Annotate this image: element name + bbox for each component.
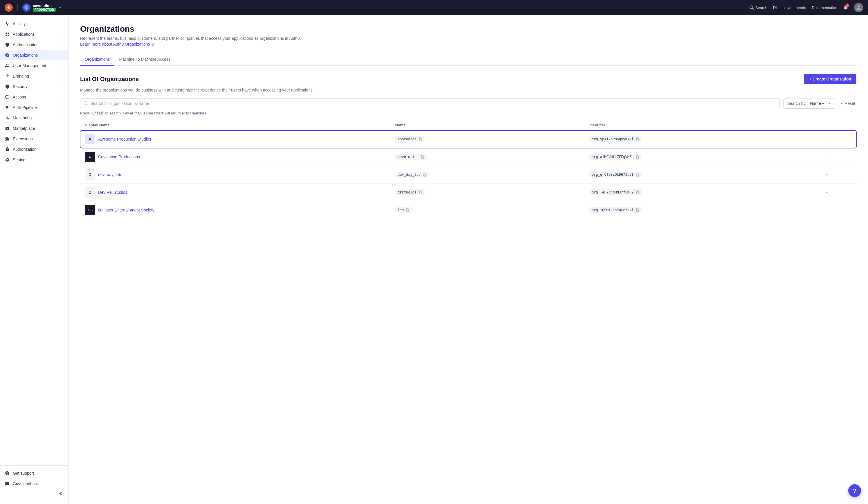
sidebar-item-give-feedback[interactable]: Give feedback xyxy=(0,478,68,489)
org-display-name-link[interactable]: Cevolution Productions xyxy=(98,154,140,159)
help-button[interactable]: ? xyxy=(848,484,861,497)
collapse-icon xyxy=(59,491,64,496)
sidebar-item-auth-pipeline[interactable]: Auth Pipeline › xyxy=(0,102,68,113)
discuss-link[interactable]: Discuss your needs xyxy=(773,6,806,10)
search-input-icon xyxy=(84,101,88,105)
sidebar-item-actions[interactable]: Actions › xyxy=(0,92,68,102)
create-organization-button[interactable]: + Create Organization xyxy=(804,74,856,84)
sidebar-item-organizations[interactable]: Organizations xyxy=(0,50,68,60)
reset-button[interactable]: Reset xyxy=(839,99,856,108)
sidebar-item-security[interactable]: Security › xyxy=(0,81,68,92)
copy-identifier-button[interactable] xyxy=(636,173,639,177)
sidebar-item-activity[interactable]: Activity xyxy=(0,19,68,29)
org-name-cell: ies xyxy=(391,201,585,219)
organizations-table-body: A Awesome Production Studios apstudios o… xyxy=(80,130,856,219)
activity-icon xyxy=(4,21,10,27)
org-display-name-cell: A Awesome Production Studios xyxy=(80,130,391,148)
sidebar-label-extensions: Extensions xyxy=(13,137,32,141)
search-icon xyxy=(750,6,754,10)
sidebar-item-monitoring[interactable]: Monitoring › xyxy=(0,113,68,123)
sidebar-label-monitoring: Monitoring xyxy=(13,115,32,120)
monitoring-icon xyxy=(4,115,10,121)
sidebar-item-authorization[interactable]: Authorization xyxy=(0,144,68,154)
learn-more-link[interactable]: Learn more about Auth0 Organizations xyxy=(80,42,155,47)
table-row[interactable]: D dev_day_lab dev_day_lab org_qrCfG8iOkD… xyxy=(80,166,856,184)
org-display-name-cell: D dev_day_lab xyxy=(80,166,391,184)
authorization-icon xyxy=(4,147,10,152)
copy-name-button[interactable] xyxy=(418,191,422,194)
table-row[interactable]: A Awesome Production Studios apstudios o… xyxy=(80,130,856,148)
org-actions-cell: ··· xyxy=(817,148,856,166)
org-name-cell: cevolution xyxy=(391,148,585,166)
sidebar-item-settings[interactable]: Settings xyxy=(0,154,68,165)
search-hint-press: Press xyxy=(80,111,90,115)
search-by-control: Search by: Name ID xyxy=(783,98,835,109)
documentation-link[interactable]: Documentation xyxy=(812,6,837,10)
org-more-button[interactable]: ··· xyxy=(822,153,830,161)
sidebar-label-authorization: Authorization xyxy=(13,147,37,152)
sidebar-item-applications[interactable]: Applications › xyxy=(0,29,68,40)
copy-identifier-button[interactable] xyxy=(636,155,639,159)
section-header: List Of Organizations + Create Organizat… xyxy=(80,74,856,84)
copy-identifier-button[interactable] xyxy=(636,138,639,141)
sidebar-label-organizations: Organizations xyxy=(13,53,38,58)
org-more-button[interactable]: ··· xyxy=(822,171,830,178)
auth-pipeline-icon xyxy=(4,105,10,110)
org-display-name-link[interactable]: Ilminster Entertainment Society xyxy=(98,208,154,212)
org-avatar: D xyxy=(85,169,95,180)
copy-name-button[interactable] xyxy=(405,208,409,212)
sidebar-label-marketplace: Marketplace xyxy=(13,126,35,131)
sidebar-item-authentication[interactable]: Authentication › xyxy=(0,40,68,50)
table-row[interactable]: C Cevolution Productions cevolution org_… xyxy=(80,148,856,166)
sidebar-item-get-support[interactable]: Get support xyxy=(0,468,68,478)
branding-icon xyxy=(4,73,10,79)
table-row[interactable]: IES Ilminster Entertainment Society ies … xyxy=(80,201,856,219)
org-display-name-cell: C Cevolution Productions xyxy=(80,148,391,166)
topnav-right: Search Discuss your needs Documentation … xyxy=(750,3,864,12)
sidebar-item-marketplace[interactable]: Marketplace xyxy=(0,123,68,134)
org-more-button[interactable]: ··· xyxy=(822,189,830,196)
org-avatar: IES xyxy=(85,205,95,215)
sidebar-collapse-button[interactable] xyxy=(0,489,68,498)
copy-identifier-button[interactable] xyxy=(636,208,639,212)
org-display-name-link[interactable]: Awesome Production Studios xyxy=(98,137,151,141)
search-input[interactable] xyxy=(90,101,776,106)
notifications-button[interactable]: 1 xyxy=(843,4,848,11)
org-identifier-cell: org_TePYrANHNJrf0KR9 xyxy=(585,184,817,201)
search-by-select[interactable]: Name ID xyxy=(809,101,826,106)
copy-name-button[interactable] xyxy=(422,173,426,177)
tenant-selector[interactable]: C cevolution PRODUCTION ▾ xyxy=(22,3,61,12)
user-avatar[interactable] xyxy=(854,3,864,12)
support-icon xyxy=(4,471,10,476)
org-name-cell: dev_day_lab xyxy=(391,166,585,184)
org-display-name-cell: IES Ilminster Entertainment Society xyxy=(80,201,391,219)
table-row[interactable]: D Dev Rel Studios drstudios org_TePYrANH… xyxy=(80,184,856,201)
org-display-name-link[interactable]: dev_day_lab xyxy=(98,172,121,177)
sidebar-item-branding[interactable]: Branding › xyxy=(0,71,68,81)
logo[interactable] xyxy=(4,3,13,12)
user-management-icon xyxy=(4,63,10,68)
org-more-button[interactable]: ··· xyxy=(822,135,830,143)
org-name-chip: dev_day_lab xyxy=(395,172,428,178)
tab-organizations[interactable]: Organizations xyxy=(80,53,114,65)
copy-name-button[interactable] xyxy=(418,138,422,141)
search-button[interactable]: Search xyxy=(750,6,767,10)
svg-rect-6 xyxy=(8,34,9,36)
marketplace-svg xyxy=(5,126,10,131)
copy-name-button[interactable] xyxy=(420,155,424,159)
feedback-svg xyxy=(5,481,10,486)
tab-machine-to-machine[interactable]: Machine To Machine Access xyxy=(114,53,175,65)
org-more-button[interactable]: ··· xyxy=(822,206,830,214)
sidebar-item-extensions[interactable]: Extensions xyxy=(0,134,68,144)
copy-identifier-button[interactable] xyxy=(636,191,639,194)
tab-organizations-label: Organizations xyxy=(85,57,110,62)
layout: Activity Applications › Authentication ›… xyxy=(0,0,868,504)
sidebar-item-user-management[interactable]: User Management › xyxy=(0,60,68,71)
org-identifier-chip: org_TePYrANHNJrf0KR9 xyxy=(589,189,642,195)
org-display-name-cell: D Dev Rel Studios xyxy=(80,184,391,201)
col-name: Name xyxy=(391,120,585,130)
org-display-name-link[interactable]: Dev Rel Studios xyxy=(98,190,127,195)
search-input-wrap[interactable] xyxy=(80,99,780,108)
feedback-icon xyxy=(4,481,10,486)
sidebar-label-authentication: Authentication xyxy=(13,42,39,47)
